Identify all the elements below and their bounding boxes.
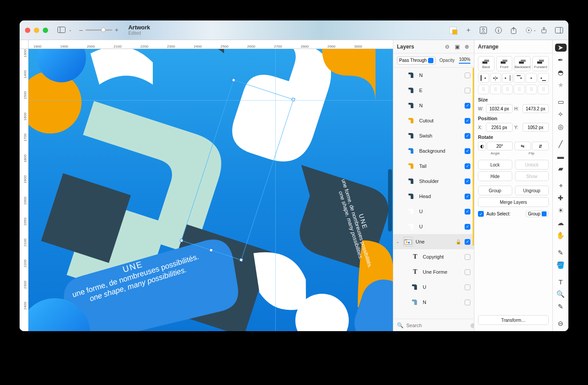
ungroup-button[interactable]: Ungroup (515, 186, 549, 195)
visibility-checkbox[interactable]: ✓ (465, 178, 470, 184)
visibility-checkbox[interactable]: ✓ (465, 103, 470, 109)
sponge-tool[interactable]: ✋ (555, 231, 567, 239)
visibility-checkbox[interactable] (465, 284, 470, 290)
layer-item[interactable]: TCopyright (393, 249, 474, 264)
canvas[interactable]: UNE une forme, de nombreuses possibilité… (29, 49, 393, 331)
pen-tool[interactable]: ✒ (555, 56, 567, 64)
visibility-checkbox[interactable]: ✓ (465, 239, 470, 245)
layers-folder-icon[interactable]: ▣ (453, 43, 461, 50)
layers-add-icon[interactable]: ⊕ (463, 43, 470, 50)
visibility-checkbox[interactable]: ✓ (465, 148, 470, 154)
distrib-3-icon[interactable]: ⠿ (502, 85, 513, 94)
close-button[interactable] (25, 28, 30, 33)
unlock-button[interactable]: Unlock (515, 160, 549, 170)
minimize-button[interactable] (34, 28, 39, 33)
hide-button[interactable]: Hide (478, 171, 512, 181)
visibility-checkbox[interactable] (465, 88, 470, 93)
eyedropper-tool[interactable]: ✎ (555, 249, 567, 257)
blur-tool[interactable]: ☀ (555, 207, 567, 215)
arrange-backward-button[interactable]: Backward (514, 56, 531, 71)
text-tool[interactable]: T (555, 278, 567, 286)
x-input[interactable]: 2261 px (486, 123, 513, 132)
visibility-checkbox[interactable]: ✓ (465, 209, 470, 215)
layer-item[interactable]: TUne Forme (393, 264, 474, 280)
arrange-front-button[interactable]: Front (496, 56, 513, 71)
flip-v-button[interactable]: ⇵ (532, 142, 549, 150)
canvas-scrollbar-vertical[interactable] (387, 49, 393, 331)
sidebar-toggle-button[interactable] (56, 25, 67, 34)
layers-collapse-icon[interactable]: ⊖ (444, 43, 451, 50)
visibility-checkbox[interactable]: ✓ (465, 224, 470, 230)
height-input[interactable]: 1473.2 px (523, 104, 549, 113)
layer-item[interactable]: Tail✓ (393, 158, 474, 174)
rotate-wheel[interactable]: ◐ (478, 142, 486, 150)
y-input[interactable]: 1052 px (523, 123, 549, 132)
brush-tool[interactable]: ╱ (555, 140, 567, 148)
lock-button[interactable]: Lock (478, 160, 512, 170)
transform-button[interactable]: Transform… (478, 315, 549, 325)
ruler-vertical[interactable]: 1300140015001600170018001900200020502100… (20, 49, 29, 331)
zoom-in-button[interactable]: + (115, 26, 118, 33)
export-button[interactable] (510, 26, 518, 34)
align-top-icon[interactable]: ▔▪ (514, 73, 525, 83)
distrib-4-icon[interactable]: ⠿ (514, 85, 525, 94)
layer-item[interactable]: Background✓ (393, 143, 474, 158)
arrange-back-button[interactable]: Back (478, 56, 494, 71)
auto-select-dropdown[interactable]: Group (526, 211, 549, 217)
layer-item[interactable]: Swish✓ (393, 128, 474, 143)
visibility-checkbox[interactable] (465, 73, 470, 78)
opacity-value[interactable]: 100% (459, 57, 470, 64)
layer-list[interactable]: NEN✓Cutout✓Swish✓Background✓Tail✓Shoulde… (393, 68, 474, 319)
chevron-down-icon[interactable]: ⌄ (396, 239, 400, 244)
color-swatch-button[interactable] (449, 26, 457, 34)
layer-item[interactable]: U✓ (393, 219, 474, 234)
align-left-icon[interactable]: ▎▪ (478, 73, 489, 83)
star-tool[interactable]: ★ (555, 81, 567, 89)
align-right-icon[interactable]: ▪▕ (502, 73, 513, 83)
visibility-checkbox[interactable]: ✓ (465, 163, 470, 169)
visibility-checkbox[interactable]: ✓ (465, 133, 470, 139)
more-tool[interactable]: ⊖ (555, 320, 567, 328)
zoom-tool[interactable]: 🔍 (555, 290, 567, 298)
zoom-out-button[interactable]: – (79, 26, 83, 33)
maximize-button[interactable] (43, 28, 48, 33)
user-button[interactable] (479, 26, 487, 34)
share-button[interactable] (540, 26, 548, 34)
sidebar-caret-icon[interactable]: ⌄ (69, 28, 72, 32)
distrib-6-icon[interactable]: ⠿ (538, 85, 549, 94)
distrib-1-icon[interactable]: ⠿ (478, 85, 489, 94)
layer-item[interactable]: N✓ (393, 98, 474, 113)
layer-item[interactable]: U✓ (393, 204, 474, 219)
group-button[interactable]: Group (478, 186, 512, 195)
align-vcenter-icon[interactable]: ▪ (526, 73, 537, 83)
visibility-checkbox[interactable] (465, 300, 470, 305)
arrange-forward-button[interactable]: Forward (532, 56, 549, 71)
auto-select-checkbox[interactable]: ✓ (478, 211, 484, 217)
layer-item[interactable]: Cutout✓ (393, 113, 474, 128)
layer-item[interactable]: U (393, 280, 474, 295)
width-input[interactable]: 1032.4 px (486, 104, 513, 113)
move-tool[interactable]: ➤ (555, 44, 567, 52)
align-bottom-icon[interactable]: ▪▁ (538, 73, 549, 83)
zoom-slider[interactable] (86, 29, 112, 31)
clone-tool[interactable]: ⌖ (555, 182, 567, 190)
layer-item[interactable]: N (393, 68, 474, 83)
distrib-2-icon[interactable]: ⠿ (490, 85, 501, 94)
eraser-tool[interactable]: ▬ (555, 153, 567, 160)
show-button[interactable]: Show (515, 171, 549, 181)
crop-tool[interactable]: ◎ (555, 123, 567, 131)
flip-h-button[interactable]: ⇋ (514, 142, 531, 150)
selection-tool[interactable]: ▭ (555, 98, 567, 106)
smudge-tool[interactable]: ☁ (555, 219, 567, 227)
layer-search-input[interactable] (406, 323, 468, 328)
visibility-checkbox[interactable]: ✓ (465, 194, 470, 199)
guide-horizontal[interactable] (29, 100, 393, 101)
wand-tool[interactable]: ✧ (555, 110, 567, 118)
heal-tool[interactable]: ✚ (555, 194, 567, 202)
fill-tool[interactable]: ▰ (555, 165, 567, 173)
visibility-checkbox[interactable] (465, 269, 470, 275)
layer-item[interactable]: E (393, 83, 474, 98)
lock-icon[interactable]: 🔓 (456, 239, 461, 244)
layer-item[interactable]: N (393, 295, 474, 310)
inspector-toggle-button[interactable] (555, 26, 563, 34)
